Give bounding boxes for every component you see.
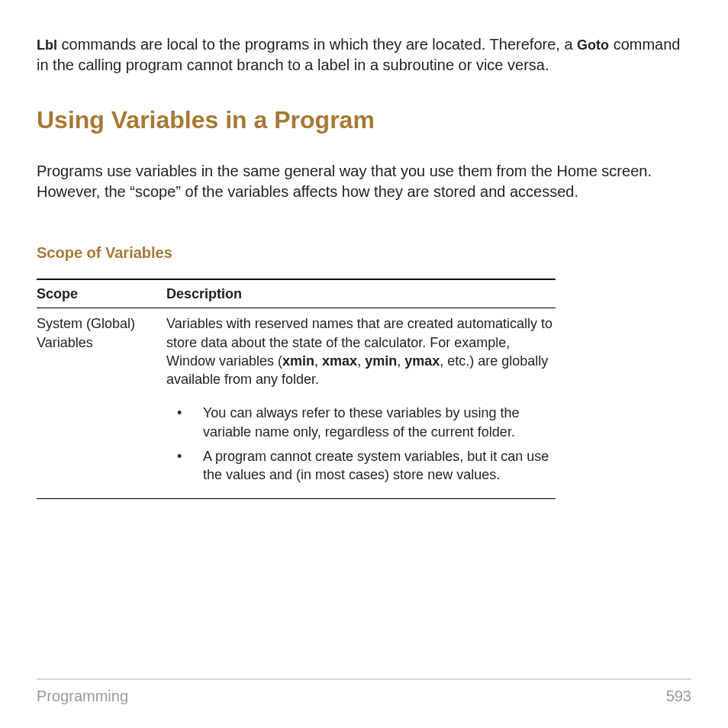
sep2: , [357, 353, 365, 369]
page-footer: Programming 593 [37, 678, 691, 705]
section-heading: Using Variables in a Program [37, 106, 691, 134]
goto-command-text: Goto [577, 37, 609, 53]
list-item: A program cannot create system variables… [166, 447, 556, 491]
sep3: , [397, 353, 404, 369]
table-header-scope: Scope [37, 279, 166, 308]
table-row: You can always refer to these variables … [37, 391, 556, 498]
xmax-bold: xmax [322, 353, 357, 369]
scope-subheading: Scope of Variables [37, 244, 691, 262]
bullet-list: You can always refer to these variables … [166, 404, 556, 490]
scope-table: Scope Description System (Global) Variab… [37, 279, 556, 499]
table-row: System (Global) Variables Variables with… [37, 308, 556, 392]
xmin-bold: xmin [282, 353, 314, 369]
footer-page-number: 593 [666, 688, 691, 705]
section-body-text: Programs use variables in the same gener… [37, 161, 691, 202]
footer-chapter: Programming [37, 688, 128, 705]
sep1: , [314, 353, 322, 369]
table-header-description: Description [166, 279, 556, 308]
intro-paragraph: Lbl commands are local to the programs i… [37, 34, 691, 76]
ymax-bold: ymax [404, 353, 440, 369]
intro-text-1: commands are local to the programs in wh… [57, 36, 577, 53]
lbl-command-text: Lbl [37, 37, 57, 53]
ymin-bold: ymin [365, 353, 397, 369]
list-item: You can always refer to these variables … [166, 404, 556, 447]
description-cell: Variables with reserved names that are c… [166, 308, 556, 392]
scope-cell: System (Global) Variables [37, 308, 166, 392]
